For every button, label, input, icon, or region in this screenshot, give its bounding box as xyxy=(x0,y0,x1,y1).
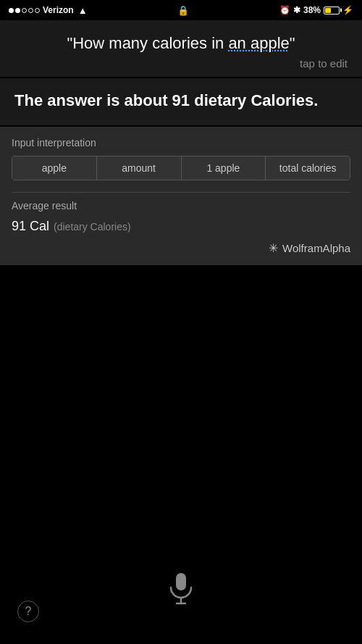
battery-container xyxy=(324,7,340,14)
tag-total-calories: total calories xyxy=(266,156,350,180)
microphone-icon xyxy=(167,572,195,608)
input-tags: apple amount 1 apple total calories xyxy=(12,156,350,180)
query-underlined: an apple xyxy=(228,34,289,52)
average-result-label: Average result xyxy=(12,200,350,212)
help-button[interactable]: ? xyxy=(17,601,39,622)
signal-dot-1 xyxy=(9,8,14,13)
carrier-name: Verizon xyxy=(43,5,74,15)
wolfram-panel: Input interpretation apple amount 1 appl… xyxy=(0,127,362,265)
battery-icon xyxy=(324,7,340,14)
bluetooth-icon: ✱ xyxy=(293,5,300,15)
query-open: "How many calories in xyxy=(67,34,228,52)
result-number: 91 Cal xyxy=(12,219,49,233)
tap-to-edit[interactable]: tap to edit xyxy=(14,57,348,70)
status-bar: Verizon ▲ 🔒 ⏰ ✱ 38% ⚡ xyxy=(0,0,362,20)
signal-dot-5 xyxy=(35,8,40,13)
lock-icon: 🔒 xyxy=(177,5,189,16)
result-value: 91 Cal(dietary Calories) xyxy=(12,219,350,234)
charging-icon: ⚡ xyxy=(342,5,353,15)
signal-dot-3 xyxy=(22,8,27,13)
wifi-icon: ▲ xyxy=(78,5,88,16)
tag-1apple: 1 apple xyxy=(182,156,266,180)
wolfram-name: WolframAlpha xyxy=(282,242,350,254)
query-area: "How many calories in an apple" tap to e… xyxy=(0,20,362,77)
mic-button[interactable] xyxy=(159,557,203,608)
signal-dot-4 xyxy=(28,8,33,13)
wolfram-snowflake-icon: ✳ xyxy=(269,241,278,255)
status-center: 🔒 xyxy=(177,5,189,16)
battery-fill xyxy=(325,8,331,13)
status-right: ⏰ ✱ 38% ⚡ xyxy=(279,5,353,15)
signal-dot-2 xyxy=(15,8,20,13)
wolfram-logo: ✳ WolframAlpha xyxy=(12,241,350,255)
query-text[interactable]: "How many calories in an apple" xyxy=(14,33,348,54)
answer-text: The answer is about 91 dietary Calories. xyxy=(14,90,348,112)
alarm-icon: ⏰ xyxy=(279,5,290,15)
status-left: Verizon ▲ xyxy=(9,5,88,16)
answer-area: The answer is about 91 dietary Calories. xyxy=(0,78,362,126)
bottom-area: ? xyxy=(0,369,362,644)
divider xyxy=(12,192,350,193)
tag-amount: amount xyxy=(97,156,182,180)
query-close: " xyxy=(290,34,295,52)
tag-apple: apple xyxy=(12,156,97,180)
input-interpretation-label: Input interpretation xyxy=(12,137,350,149)
result-unit: (dietary Calories) xyxy=(54,221,131,233)
signal-dots xyxy=(9,8,40,13)
svg-rect-0 xyxy=(176,573,186,590)
battery-percent: 38% xyxy=(303,5,321,15)
